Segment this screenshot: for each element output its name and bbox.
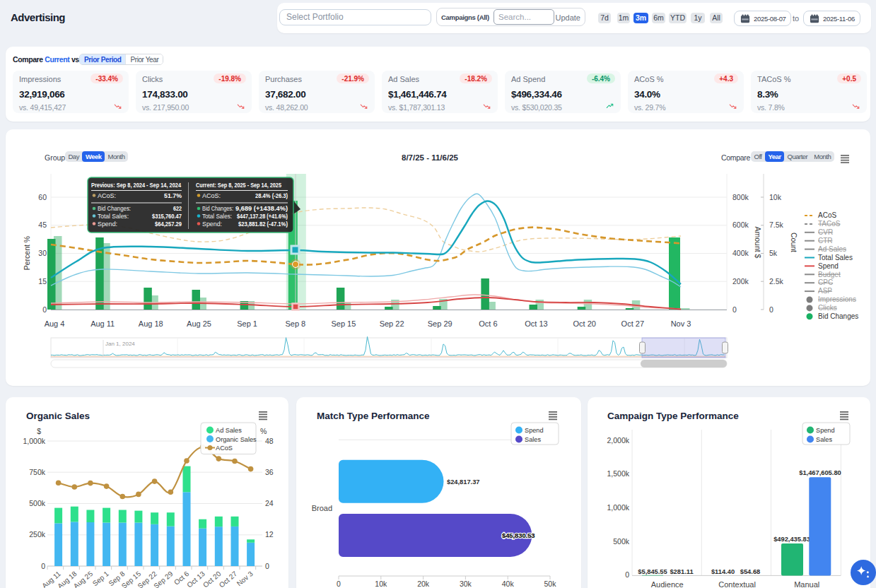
svg-text:0: 0 — [625, 570, 629, 579]
svg-text:Organic Sales: Organic Sales — [26, 411, 90, 421]
svg-text:$281.11: $281.11 — [670, 568, 693, 575]
svg-text:Total Sales:: Total Sales: — [202, 213, 232, 220]
svg-text:%: % — [260, 427, 267, 435]
svg-text:Bid Changes:: Bid Changes: — [98, 205, 131, 212]
svg-text:48: 48 — [265, 437, 274, 445]
svg-text:$24,817.37: $24,817.37 — [447, 478, 480, 486]
svg-text:Spend:: Spend: — [98, 220, 117, 228]
svg-text:Audience: Audience — [651, 580, 684, 588]
svg-text:500k: 500k — [613, 537, 630, 546]
svg-text:$447,137.28 (+41.6%): $447,137.28 (+41.6%) — [237, 212, 288, 220]
svg-text:Spend: Spend — [818, 262, 839, 270]
svg-text:$23,881.82 (-47.1%): $23,881.82 (-47.1%) — [238, 220, 288, 228]
svg-text:1,000k: 1,000k — [607, 503, 629, 512]
svg-text:51.7%: 51.7% — [164, 192, 182, 199]
svg-text:Bid Changes: Bid Changes — [818, 312, 858, 320]
svg-text:24: 24 — [265, 499, 274, 507]
svg-text:Aug 11: Aug 11 — [90, 319, 115, 328]
svg-text:Oct 27: Oct 27 — [621, 319, 644, 328]
svg-text:$45,830.53: $45,830.53 — [502, 532, 535, 539]
svg-text:Sales: Sales — [525, 436, 541, 443]
svg-text:750k: 750k — [29, 468, 46, 476]
svg-text:10k: 10k — [769, 193, 782, 201]
svg-text:Broad: Broad — [312, 504, 332, 512]
svg-text:0: 0 — [769, 305, 773, 314]
svg-text:Sep 29: Sep 29 — [152, 570, 175, 588]
svg-text:Amount $: Amount $ — [754, 227, 762, 259]
svg-text:7.5k: 7.5k — [769, 220, 784, 229]
svg-text:Oct 6: Oct 6 — [479, 319, 497, 328]
svg-text:Spend: Spend — [816, 427, 835, 434]
svg-text:Jan 1, 2024: Jan 1, 2024 — [105, 341, 135, 347]
svg-text:2,000k: 2,000k — [607, 436, 629, 445]
svg-text:Clicks: Clicks — [818, 304, 837, 312]
svg-text:9,689 (+1438.4%): 9,689 (+1438.4%) — [235, 204, 288, 212]
svg-text:Aug 4: Aug 4 — [45, 319, 65, 328]
svg-text:15: 15 — [38, 277, 47, 286]
svg-text:Ad Sales: Ad Sales — [818, 245, 846, 253]
svg-text:Count: Count — [790, 233, 798, 252]
svg-text:800k: 800k — [732, 193, 749, 201]
svg-text:Sep 15: Sep 15 — [331, 319, 356, 328]
svg-text:Sep 1: Sep 1 — [91, 570, 110, 588]
svg-text:Campaign Type Performance: Campaign Type Performance — [607, 411, 739, 421]
svg-text:12: 12 — [265, 530, 274, 539]
svg-text:$1,467,605.80: $1,467,605.80 — [799, 469, 841, 476]
svg-text:Percent %: Percent % — [23, 236, 31, 270]
svg-text:Organic Sales: Organic Sales — [216, 436, 257, 443]
svg-text:$114.40: $114.40 — [711, 568, 735, 575]
svg-text:622: 622 — [173, 204, 182, 212]
svg-text:$64,257.29: $64,257.29 — [155, 220, 182, 228]
svg-text:Aug 25: Aug 25 — [187, 319, 211, 328]
svg-text:0: 0 — [337, 580, 341, 588]
svg-text:Ad Sales: Ad Sales — [216, 427, 242, 434]
svg-text:Sep 29: Sep 29 — [428, 319, 452, 328]
svg-text:Manual: Manual — [794, 580, 819, 588]
svg-text:Sep 1: Sep 1 — [237, 319, 257, 328]
svg-text:ACoS: ACoS — [818, 211, 836, 219]
svg-text:Oct 27: Oct 27 — [218, 570, 239, 588]
svg-text:CTR: CTR — [818, 237, 833, 245]
svg-text:Sep 8: Sep 8 — [285, 319, 305, 328]
svg-text:Bid Changes:: Bid Changes: — [202, 205, 233, 212]
svg-text:Sep 22: Sep 22 — [380, 319, 404, 328]
svg-text:60: 60 — [38, 193, 47, 201]
svg-text:Oct 13: Oct 13 — [525, 319, 547, 328]
svg-text:Nov 3: Nov 3 — [671, 319, 691, 328]
svg-text:Impressions: Impressions — [818, 295, 856, 303]
svg-text:Sales: Sales — [816, 436, 832, 443]
svg-text:30: 30 — [38, 249, 47, 257]
svg-text:50k: 50k — [544, 580, 557, 588]
svg-text:36: 36 — [265, 468, 274, 476]
svg-text:0: 0 — [265, 562, 269, 570]
svg-text:400k: 400k — [732, 249, 749, 257]
svg-text:45: 45 — [38, 220, 47, 229]
svg-text:TACoS: TACoS — [818, 220, 841, 228]
svg-text:Spend: Spend — [525, 427, 544, 434]
svg-text:ACoS:: ACoS: — [202, 192, 221, 199]
svg-text:Current: Sep 8, 2025 - Sep 14,: Current: Sep 8, 2025 - Sep 14, 2025 — [196, 181, 281, 189]
svg-text:$54.68: $54.68 — [740, 568, 760, 575]
svg-text:10k: 10k — [375, 580, 387, 588]
svg-text:Spend:: Spend: — [202, 220, 222, 228]
svg-text:CVR: CVR — [818, 228, 833, 236]
svg-text:250k: 250k — [29, 530, 46, 539]
svg-text:2.5k: 2.5k — [769, 277, 784, 286]
svg-text:600k: 600k — [732, 220, 749, 229]
svg-text:Previous: Sep 8, 2024 - Sep 14: Previous: Sep 8, 2024 - Sep 14, 2024 — [91, 181, 182, 189]
svg-text:0: 0 — [732, 305, 737, 314]
svg-text:20k: 20k — [417, 580, 430, 588]
svg-text:Nov 3: Nov 3 — [235, 570, 255, 587]
svg-text:Total Sales:: Total Sales: — [98, 213, 129, 220]
svg-text:CPC: CPC — [818, 278, 833, 286]
svg-text:28.4% (-26.3): 28.4% (-26.3) — [255, 192, 288, 199]
svg-text:0: 0 — [41, 562, 45, 570]
svg-text:5k: 5k — [769, 249, 778, 257]
svg-text:Budget: Budget — [818, 271, 841, 278]
svg-text:200k: 200k — [732, 277, 749, 286]
svg-text:Contextual: Contextual — [718, 580, 756, 588]
svg-text:1,500k: 1,500k — [607, 469, 629, 478]
svg-text:$: $ — [37, 427, 41, 435]
svg-text:0: 0 — [42, 305, 47, 314]
svg-text:30k: 30k — [460, 580, 472, 588]
